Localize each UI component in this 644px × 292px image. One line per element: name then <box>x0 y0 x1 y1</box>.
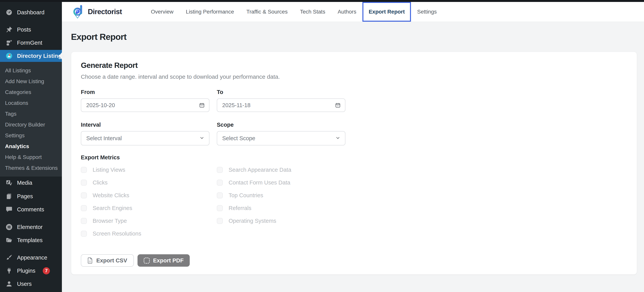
metric-option-operating-systems: Operating Systems <box>217 218 346 224</box>
metric-option-top-countries: Top Countries <box>217 192 346 198</box>
metric-checkbox[interactable] <box>217 192 223 198</box>
export-pdf-button[interactable]: Export PDF <box>138 254 190 267</box>
tab-export-report[interactable]: Export Report <box>362 2 411 22</box>
sidebar-item-label: Comments <box>17 206 44 213</box>
folder-icon <box>6 236 13 244</box>
brush-icon <box>6 254 13 261</box>
metric-checkbox[interactable] <box>217 167 223 173</box>
metric-option-website-clicks: Website Clicks <box>81 192 210 198</box>
metric-label: Clicks <box>93 180 108 186</box>
analytics-nav-tabs: Overview Listing Performance Traffic & S… <box>145 2 443 22</box>
to-date-inputbox <box>217 98 346 112</box>
calendar-icon[interactable] <box>335 102 341 108</box>
metric-label: Website Clicks <box>93 192 130 198</box>
pin-icon <box>6 26 13 33</box>
chevron-down-icon <box>200 135 204 141</box>
metric-checkbox[interactable] <box>81 167 87 173</box>
metric-label: Screen Resolutions <box>93 230 141 237</box>
metric-checkbox[interactable] <box>81 180 87 186</box>
sidebar-item-templates[interactable]: Templates <box>0 234 62 246</box>
interval-select-value: Select Interval <box>86 135 122 142</box>
metric-checkbox[interactable] <box>81 218 87 224</box>
metric-option-browser-type: Browser Type <box>81 218 210 224</box>
plugins-update-badge: 7 <box>43 267 50 274</box>
submenu-tags[interactable]: Tags <box>0 108 62 119</box>
export-pdf-label: Export PDF <box>153 258 184 264</box>
tab-overview[interactable]: Overview <box>145 2 180 22</box>
tab-traffic-sources[interactable]: Traffic & Sources <box>240 2 294 22</box>
metric-label: Search Appearance Data <box>228 167 291 173</box>
submenu-directory-builder[interactable]: Directory Builder <box>0 119 62 130</box>
scope-select-value: Select Scope <box>222 135 255 142</box>
wp-admin-sidebar: Dashboard Posts FormGent Directory Listi… <box>0 0 62 292</box>
tab-tech-stats[interactable]: Tech Stats <box>294 2 332 22</box>
sidebar-item-posts[interactable]: Posts <box>0 24 62 36</box>
brand-name: Directorist <box>88 8 122 16</box>
chevron-down-icon <box>335 135 340 141</box>
sidebar-item-dashboard[interactable]: Dashboard <box>0 6 62 18</box>
metric-option-referrals: Referrals <box>217 205 346 211</box>
metric-option-clicks: Clicks <box>81 179 210 186</box>
sidebar-item-formgent[interactable]: FormGent <box>0 37 62 49</box>
submenu-categories[interactable]: Categories <box>0 87 62 98</box>
sidebar-item-appearance[interactable]: Appearance <box>0 252 62 264</box>
sidebar-item-directory-listings[interactable]: Directory Listings <box>0 50 62 62</box>
directory-listings-submenu: All Listings Add New Listing Categories … <box>0 62 62 176</box>
sidebar-item-label: Templates <box>17 237 42 244</box>
scope-label: Scope <box>217 122 346 128</box>
from-field-group: From <box>81 89 210 112</box>
interval-select[interactable]: Select Interval <box>81 131 210 146</box>
page-title: Export Report <box>71 32 637 42</box>
submenu-help-support[interactable]: Help & Support <box>0 152 62 163</box>
metric-label: Search Engines <box>93 205 132 211</box>
sidebar-item-label: Appearance <box>17 254 47 261</box>
scope-field-group: Scope Select Scope <box>217 122 346 146</box>
sidebar-item-comments[interactable]: Comments <box>0 204 62 216</box>
submenu-settings[interactable]: Settings <box>0 130 62 141</box>
metric-label: Listing Views <box>93 167 125 173</box>
metric-checkbox[interactable] <box>217 180 223 186</box>
to-label: To <box>217 89 346 95</box>
main-area: Directorist Overview Listing Performance… <box>62 0 644 292</box>
page-content: Export Report Generate Report Choose a d… <box>62 22 644 292</box>
from-date-input[interactable] <box>86 102 179 108</box>
calendar-icon[interactable] <box>199 102 205 108</box>
sidebar-item-media[interactable]: Media <box>0 177 62 189</box>
sidebar-item-label: Dashboard <box>17 9 44 16</box>
to-field-group: To <box>217 89 346 112</box>
metric-label: Contact Form Uses Data <box>228 180 290 186</box>
sidebar-item-pages[interactable]: Pages <box>0 190 62 202</box>
export-csv-button[interactable]: Export CSV <box>81 254 134 267</box>
interval-label: Interval <box>81 122 210 128</box>
sidebar-item-elementor[interactable]: Elementor <box>0 221 62 233</box>
metric-checkbox[interactable] <box>217 205 223 211</box>
to-date-input[interactable] <box>222 102 315 108</box>
submenu-add-new-listing[interactable]: Add New Listing <box>0 76 62 87</box>
tab-listing-performance[interactable]: Listing Performance <box>180 2 240 22</box>
export-metrics-label: Export Metrics <box>81 154 627 161</box>
metric-checkbox[interactable] <box>217 218 223 224</box>
submenu-locations[interactable]: Locations <box>0 98 62 108</box>
from-label: From <box>81 89 210 95</box>
sidebar-item-label: Users <box>17 281 32 287</box>
scope-select[interactable]: Select Scope <box>217 131 346 146</box>
top-admin-strip <box>0 0 644 2</box>
metrics-right-column: Search Appearance Data Contact Form Uses… <box>217 166 346 243</box>
tab-settings[interactable]: Settings <box>411 2 443 22</box>
submenu-analytics-current[interactable]: Analytics <box>0 141 62 152</box>
submenu-themes-extensions[interactable]: Themes & Extensions <box>0 163 62 174</box>
sidebar-item-users[interactable]: Users <box>0 278 62 290</box>
elementor-icon <box>6 223 13 231</box>
sidebar-item-plugins[interactable]: Plugins 7 <box>0 265 62 277</box>
metric-option-contact-form-uses: Contact Form Uses Data <box>217 179 346 186</box>
user-icon <box>6 280 13 288</box>
metric-checkbox[interactable] <box>81 231 87 237</box>
metric-checkbox[interactable] <box>81 205 87 211</box>
metric-option-listing-views: Listing Views <box>81 166 210 173</box>
media-icon <box>6 179 13 186</box>
tab-authors[interactable]: Authors <box>332 2 362 22</box>
file-document-icon <box>88 258 93 264</box>
card-title: Generate Report <box>81 61 627 70</box>
submenu-all-listings[interactable]: All Listings <box>0 65 62 76</box>
metric-checkbox[interactable] <box>81 192 87 198</box>
